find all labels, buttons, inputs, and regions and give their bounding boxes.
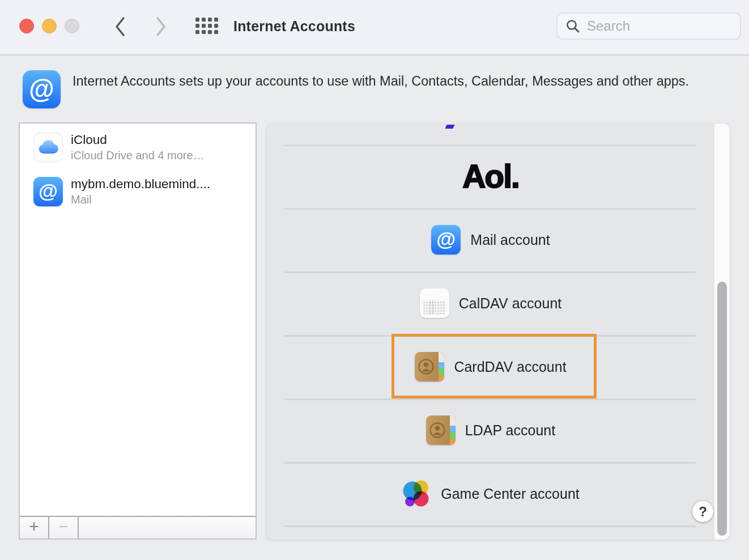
provider-row-ldap-account[interactable]: LDAP account xyxy=(266,398,715,462)
provider-row-label: CalDAV account xyxy=(459,295,562,312)
add-account-button[interactable]: + xyxy=(20,517,49,538)
chevron-right-icon xyxy=(155,16,167,37)
chevron-left-icon xyxy=(114,16,126,37)
close-window-button[interactable] xyxy=(19,19,34,33)
provider-row-game-center-account[interactable]: Game Center account xyxy=(266,462,715,525)
provider-row-caldav-account[interactable]: CalDAV account xyxy=(266,271,715,335)
sidebar-item-bluemind[interactable]: @ mybm.demo.bluemind.... Mail xyxy=(20,169,256,214)
contacts-icon xyxy=(426,415,456,445)
scrolled-logo-fragment xyxy=(445,125,454,129)
sidebar-item-icloud[interactable]: iCloud iCloud Drive and 4 more… xyxy=(20,125,256,169)
search-field[interactable] xyxy=(556,12,741,40)
icloud-icon xyxy=(33,133,63,162)
provider-row-label: Mail account xyxy=(470,232,550,248)
zoom-window-button[interactable] xyxy=(65,19,79,33)
provider-row-label: LDAP account xyxy=(465,422,555,439)
scrollbar-track[interactable] xyxy=(714,124,730,540)
help-button[interactable]: ? xyxy=(692,501,713,522)
search-icon xyxy=(565,19,580,33)
show-all-preferences-grid-icon[interactable] xyxy=(195,18,218,34)
row-divider xyxy=(284,525,696,527)
account-detail: Mail xyxy=(71,193,210,206)
titlebar: Internet Accounts xyxy=(0,0,749,56)
remove-account-button[interactable]: − xyxy=(49,517,79,538)
minimize-window-button[interactable] xyxy=(42,19,57,33)
provider-row-label: Game Center account xyxy=(441,486,580,502)
game-center-icon xyxy=(402,479,431,508)
description-text: Internet Accounts sets up your accounts … xyxy=(73,72,724,90)
account-name: iCloud xyxy=(71,133,205,147)
account-detail: iCloud Drive and 4 more… xyxy=(71,149,205,162)
search-input[interactable] xyxy=(586,18,733,35)
providers-panel: Aol. @ Mail account CalDAV account xyxy=(266,124,730,540)
provider-row-mail-account[interactable]: @ Mail account xyxy=(266,208,715,271)
provider-row-aol[interactable]: Aol. xyxy=(266,145,715,208)
carddav-highlight-box xyxy=(391,334,597,398)
mail-at-icon: @ xyxy=(33,177,63,206)
at-glyph: @ xyxy=(29,74,54,104)
scrollbar-thumb[interactable] xyxy=(717,282,727,536)
accounts-sidebar: iCloud iCloud Drive and 4 more… @ mybm.d… xyxy=(19,122,257,540)
account-name: mybm.demo.bluemind.... xyxy=(71,177,210,192)
forward-button[interactable] xyxy=(148,12,173,41)
back-button[interactable] xyxy=(108,12,133,41)
internet-accounts-app-icon: @ xyxy=(23,70,61,108)
aol-logo: Aol. xyxy=(462,158,519,195)
window-title: Internet Accounts xyxy=(233,18,355,35)
sidebar-toolbar: + − xyxy=(20,516,256,538)
calendar-icon xyxy=(420,289,449,318)
mail-at-icon: @ xyxy=(431,225,461,254)
